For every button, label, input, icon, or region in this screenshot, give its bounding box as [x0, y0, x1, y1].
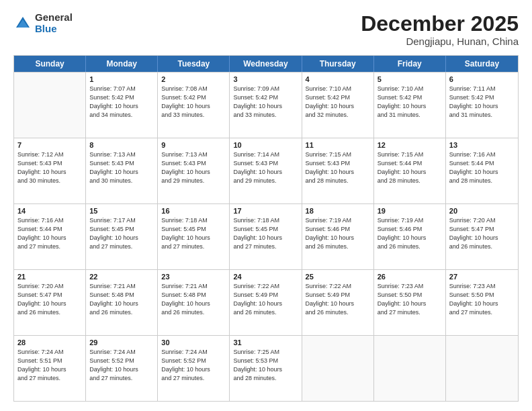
day-number: 14	[17, 207, 82, 215]
day-number: 21	[17, 273, 82, 281]
day-number: 20	[449, 207, 515, 215]
day-cell-18: 18Sunrise: 7:19 AM Sunset: 5:46 PM Dayli…	[302, 204, 374, 269]
day-info: Sunrise: 7:21 AM Sunset: 5:48 PM Dayligh…	[89, 282, 154, 317]
day-number: 1	[89, 75, 154, 83]
day-info: Sunrise: 7:13 AM Sunset: 5:43 PM Dayligh…	[161, 150, 226, 185]
day-info: Sunrise: 7:24 AM Sunset: 5:52 PM Dayligh…	[89, 348, 154, 383]
day-info: Sunrise: 7:18 AM Sunset: 5:45 PM Dayligh…	[233, 216, 298, 251]
calendar-row-2: 14Sunrise: 7:16 AM Sunset: 5:44 PM Dayli…	[14, 203, 518, 269]
header-day-friday: Friday	[374, 56, 446, 72]
day-cell-4: 4Sunrise: 7:10 AM Sunset: 5:42 PM Daylig…	[302, 73, 374, 138]
day-info: Sunrise: 7:18 AM Sunset: 5:45 PM Dayligh…	[161, 216, 226, 251]
day-info: Sunrise: 7:21 AM Sunset: 5:48 PM Dayligh…	[161, 282, 226, 317]
logo-general: General	[35, 12, 73, 24]
day-cell-29: 29Sunrise: 7:24 AM Sunset: 5:52 PM Dayli…	[86, 336, 158, 401]
day-cell-8: 8Sunrise: 7:13 AM Sunset: 5:43 PM Daylig…	[86, 138, 158, 203]
day-cell-31: 31Sunrise: 7:25 AM Sunset: 5:53 PM Dayli…	[230, 336, 302, 401]
header-day-sunday: Sunday	[14, 56, 86, 72]
month-title: December 2025	[361, 12, 519, 36]
day-cell-30: 30Sunrise: 7:24 AM Sunset: 5:52 PM Dayli…	[158, 336, 230, 401]
day-info: Sunrise: 7:10 AM Sunset: 5:42 PM Dayligh…	[378, 85, 442, 120]
day-number: 28	[17, 338, 82, 347]
calendar-row-4: 28Sunrise: 7:24 AM Sunset: 5:51 PM Dayli…	[14, 335, 518, 401]
day-cell-1: 1Sunrise: 7:07 AM Sunset: 5:42 PM Daylig…	[86, 73, 158, 138]
day-info: Sunrise: 7:23 AM Sunset: 5:50 PM Dayligh…	[449, 282, 515, 317]
calendar: SundayMondayTuesdayWednesdayThursdayFrid…	[13, 55, 519, 402]
day-cell-14: 14Sunrise: 7:16 AM Sunset: 5:44 PM Dayli…	[14, 204, 86, 269]
day-info: Sunrise: 7:13 AM Sunset: 5:43 PM Dayligh…	[89, 150, 154, 185]
day-number: 16	[161, 207, 226, 215]
day-number: 26	[378, 273, 442, 281]
calendar-row-1: 7Sunrise: 7:12 AM Sunset: 5:43 PM Daylig…	[14, 138, 518, 203]
day-info: Sunrise: 7:17 AM Sunset: 5:45 PM Dayligh…	[89, 216, 154, 251]
calendar-header: SundayMondayTuesdayWednesdayThursdayFrid…	[14, 56, 518, 72]
day-info: Sunrise: 7:22 AM Sunset: 5:49 PM Dayligh…	[233, 282, 298, 317]
day-cell-23: 23Sunrise: 7:21 AM Sunset: 5:48 PM Dayli…	[158, 270, 230, 335]
day-number: 22	[89, 273, 154, 281]
day-info: Sunrise: 7:16 AM Sunset: 5:44 PM Dayligh…	[17, 216, 82, 251]
day-number: 30	[161, 338, 226, 347]
day-info: Sunrise: 7:25 AM Sunset: 5:53 PM Dayligh…	[233, 348, 298, 383]
day-info: Sunrise: 7:24 AM Sunset: 5:52 PM Dayligh…	[161, 348, 226, 383]
day-cell-6: 6Sunrise: 7:11 AM Sunset: 5:42 PM Daylig…	[446, 73, 518, 138]
day-cell-empty-4-6	[446, 336, 518, 401]
day-cell-16: 16Sunrise: 7:18 AM Sunset: 5:45 PM Dayli…	[158, 204, 230, 269]
day-cell-empty-4-5	[374, 336, 446, 401]
day-cell-27: 27Sunrise: 7:23 AM Sunset: 5:50 PM Dayli…	[446, 270, 518, 335]
day-number: 5	[378, 75, 442, 83]
day-cell-26: 26Sunrise: 7:23 AM Sunset: 5:50 PM Dayli…	[374, 270, 446, 335]
day-cell-3: 3Sunrise: 7:09 AM Sunset: 5:42 PM Daylig…	[230, 73, 302, 138]
day-cell-2: 2Sunrise: 7:08 AM Sunset: 5:42 PM Daylig…	[158, 73, 230, 138]
day-cell-empty-0-0	[14, 73, 86, 138]
day-number: 19	[378, 207, 442, 215]
day-info: Sunrise: 7:22 AM Sunset: 5:49 PM Dayligh…	[306, 282, 370, 317]
day-cell-15: 15Sunrise: 7:17 AM Sunset: 5:45 PM Dayli…	[86, 204, 158, 269]
header-day-saturday: Saturday	[446, 56, 518, 72]
day-info: Sunrise: 7:20 AM Sunset: 5:47 PM Dayligh…	[17, 282, 82, 317]
day-info: Sunrise: 7:14 AM Sunset: 5:43 PM Dayligh…	[233, 150, 298, 185]
day-number: 10	[233, 141, 298, 149]
day-cell-13: 13Sunrise: 7:16 AM Sunset: 5:44 PM Dayli…	[446, 138, 518, 203]
day-info: Sunrise: 7:11 AM Sunset: 5:42 PM Dayligh…	[449, 85, 515, 120]
day-number: 29	[89, 338, 154, 347]
day-number: 4	[306, 75, 370, 83]
day-info: Sunrise: 7:07 AM Sunset: 5:42 PM Dayligh…	[89, 85, 154, 120]
day-cell-9: 9Sunrise: 7:13 AM Sunset: 5:43 PM Daylig…	[158, 138, 230, 203]
day-info: Sunrise: 7:19 AM Sunset: 5:46 PM Dayligh…	[306, 216, 370, 251]
day-number: 15	[89, 207, 154, 215]
day-cell-22: 22Sunrise: 7:21 AM Sunset: 5:48 PM Dayli…	[86, 270, 158, 335]
day-info: Sunrise: 7:15 AM Sunset: 5:44 PM Dayligh…	[378, 150, 442, 185]
day-number: 8	[89, 141, 154, 149]
day-number: 13	[449, 141, 515, 149]
day-info: Sunrise: 7:23 AM Sunset: 5:50 PM Dayligh…	[378, 282, 442, 317]
day-number: 9	[161, 141, 226, 149]
day-info: Sunrise: 7:15 AM Sunset: 5:43 PM Dayligh…	[306, 150, 370, 185]
location: Dengjiapu, Hunan, China	[361, 36, 519, 47]
day-cell-20: 20Sunrise: 7:20 AM Sunset: 5:47 PM Dayli…	[446, 204, 518, 269]
calendar-row-3: 21Sunrise: 7:20 AM Sunset: 5:47 PM Dayli…	[14, 269, 518, 335]
day-cell-12: 12Sunrise: 7:15 AM Sunset: 5:44 PM Dayli…	[374, 138, 446, 203]
day-info: Sunrise: 7:10 AM Sunset: 5:42 PM Dayligh…	[306, 85, 370, 120]
day-number: 17	[233, 207, 298, 215]
day-number: 6	[449, 75, 515, 83]
day-cell-5: 5Sunrise: 7:10 AM Sunset: 5:42 PM Daylig…	[374, 73, 446, 138]
day-cell-19: 19Sunrise: 7:19 AM Sunset: 5:46 PM Dayli…	[374, 204, 446, 269]
day-number: 31	[233, 338, 298, 347]
page: General Blue December 2025 Dengjiapu, Hu…	[0, 0, 532, 411]
day-info: Sunrise: 7:08 AM Sunset: 5:42 PM Dayligh…	[161, 85, 226, 120]
day-number: 12	[378, 141, 442, 149]
day-info: Sunrise: 7:16 AM Sunset: 5:44 PM Dayligh…	[449, 150, 515, 185]
day-cell-24: 24Sunrise: 7:22 AM Sunset: 5:49 PM Dayli…	[230, 270, 302, 335]
header: General Blue December 2025 Dengjiapu, Hu…	[13, 12, 519, 47]
day-info: Sunrise: 7:24 AM Sunset: 5:51 PM Dayligh…	[17, 348, 82, 383]
day-info: Sunrise: 7:09 AM Sunset: 5:42 PM Dayligh…	[233, 85, 298, 120]
header-day-thursday: Thursday	[302, 56, 374, 72]
day-info: Sunrise: 7:12 AM Sunset: 5:43 PM Dayligh…	[17, 150, 82, 185]
header-day-monday: Monday	[86, 56, 158, 72]
day-cell-empty-4-4	[302, 336, 374, 401]
day-cell-10: 10Sunrise: 7:14 AM Sunset: 5:43 PM Dayli…	[230, 138, 302, 203]
header-day-tuesday: Tuesday	[158, 56, 230, 72]
day-number: 23	[161, 273, 226, 281]
day-number: 24	[233, 273, 298, 281]
day-info: Sunrise: 7:20 AM Sunset: 5:47 PM Dayligh…	[449, 216, 515, 251]
